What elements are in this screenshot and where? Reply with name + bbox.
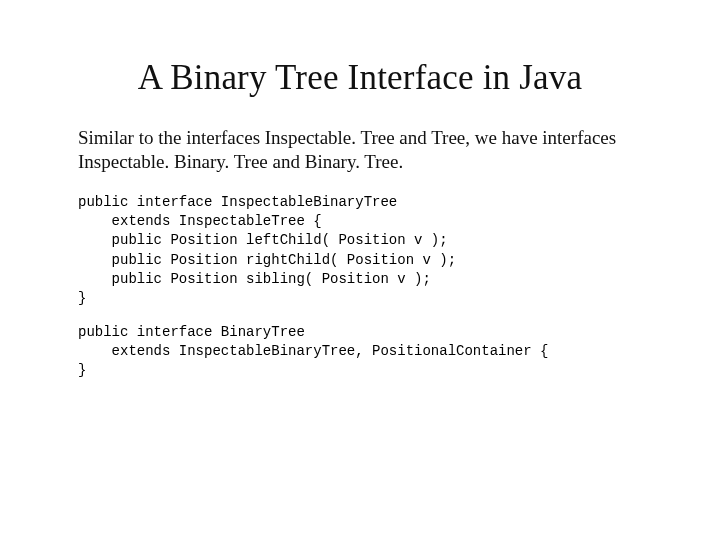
code-block-2: public interface BinaryTree extends Insp… (78, 323, 642, 381)
slide-prose: Similar to the interfaces Inspectable. T… (78, 126, 642, 175)
code-block-1: public interface InspectableBinaryTree e… (78, 193, 642, 309)
slide: A Binary Tree Interface in Java Similar … (0, 0, 720, 540)
slide-title: A Binary Tree Interface in Java (78, 58, 642, 98)
